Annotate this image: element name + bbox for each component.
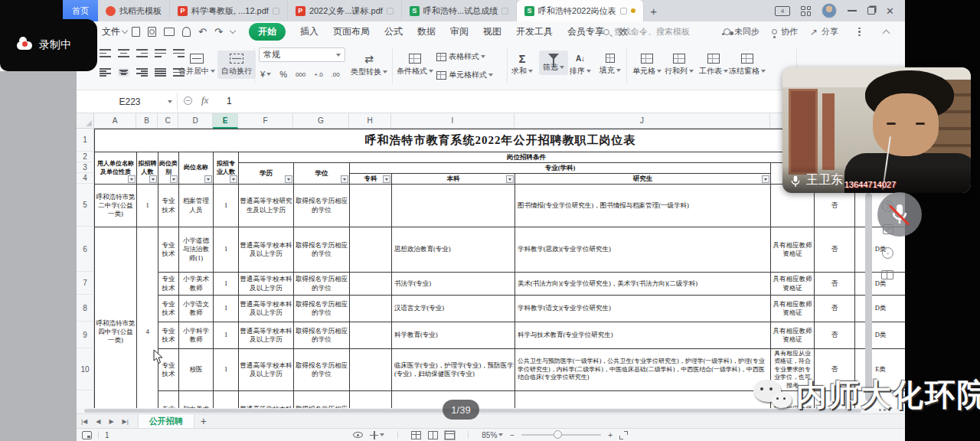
more-options-icon[interactable] [858,28,861,37]
filter-dropdown-icon[interactable] [128,175,136,183]
first-sheet-button[interactable]: |◀ [81,418,87,425]
row-header[interactable]: 8 [77,295,94,322]
col-header-J[interactable]: J [514,113,770,129]
cell-style-button[interactable]: 单元格样式 [436,70,493,80]
filter-dropdown-icon[interactable] [383,175,390,183]
filter-dropdown-icon[interactable] [149,175,157,183]
dictionary-book-icon[interactable] [881,270,893,279]
next-sheet-button[interactable]: ▶ [109,418,113,425]
filter-dropdown-icon[interactable] [170,175,178,183]
close-button[interactable]: ✕ [886,6,894,16]
col-header-C[interactable]: C [158,113,178,129]
table-cell[interactable]: 具有相应教师资格证 [771,322,815,349]
table-cell[interactable]: 普通高等学校本科及以上学历 [239,349,294,391]
row-header[interactable]: 2 [77,152,94,162]
table-cell[interactable]: 小学语文教师 [179,296,214,322]
table-cell[interactable]: 科学与技术教育(专业学位研究生) [515,322,771,349]
zoom-formula-icon[interactable] [184,96,192,105]
col-header-B[interactable]: B [136,113,158,129]
filter-dropdown-icon[interactable] [506,175,514,183]
pin-icon[interactable] [620,8,627,15]
zoom-slider[interactable] [521,434,601,436]
account-avatar[interactable] [822,3,837,18]
pin-icon[interactable] [273,8,279,15]
table-cell[interactable]: 美术(专业学位研究生)，美术学(一级学科)，学科教学(美术)(专业学位研究生) [515,391,771,408]
align-top-icon[interactable] [100,49,111,57]
sort-button[interactable]: A↓ 排序 [570,54,591,77]
justify-icon[interactable] [155,68,166,77]
table-cell[interactable]: 否 [815,227,855,273]
number-format-select[interactable]: 常规 [259,47,345,62]
save-icon[interactable] [132,27,140,37]
header-degree[interactable]: 学位 [294,163,350,185]
webcam-video[interactable]: 王卫东 13644714027 [782,67,971,193]
table-cell[interactable]: 取得报名学历相应的学位 [294,391,350,408]
tab-sheet-positions-active[interactable]: S 呼和浩特2022岗位表 [517,0,643,21]
output-icon[interactable] [148,27,156,37]
filter-dropdown-icon[interactable] [204,175,212,183]
menu-formulas[interactable]: 公式 [384,25,403,38]
header-education[interactable]: 学历 [239,163,294,185]
pin-icon[interactable] [387,8,394,15]
decrease-decimal-button[interactable]: .00 [332,71,340,78]
table-cell[interactable]: 1 [214,185,239,227]
align-middle-icon[interactable] [118,49,129,57]
table-cell[interactable]: 取得报名学历相应的学位 [294,185,350,227]
filter-dropdown-icon[interactable] [285,175,292,183]
tab-sheet-scores[interactable]: S 呼和浩特...试总成绩 [402,0,517,21]
table-cell[interactable]: 科学教育(专业) [392,322,515,349]
table-cell[interactable]: 具有相应教师资格证 [771,273,815,296]
header-category[interactable]: 岗位类别 [158,152,179,185]
print-preview-icon[interactable] [182,27,191,37]
windows-count-badge[interactable]: 4 [775,6,790,16]
table-cell[interactable]: 1 [214,322,239,349]
row-header[interactable]: 9 [77,322,94,348]
col-header-F[interactable]: F [238,113,293,129]
col-header-D[interactable]: D [178,113,213,129]
menu-membership[interactable]: 会员专享 [567,25,604,38]
table-cell[interactable]: 否 [815,322,855,349]
tab-pdf-kebiao[interactable]: P 2022义务...课标.pdf [288,0,402,21]
table-cell[interactable]: 否 [815,273,855,296]
decrease-indent-icon[interactable] [155,49,166,57]
table-cell[interactable]: 档案管理人员 [179,185,214,227]
workspace-grid-icon[interactable] [801,6,811,16]
table-cell[interactable]: 专业技术 [158,322,179,349]
insert-function-fx[interactable]: fx [201,94,208,106]
table-cell[interactable]: 初中美术教师 [179,391,214,408]
header-bachelor[interactable]: 本科 [392,174,515,185]
row-header[interactable]: 5 [77,184,94,227]
increase-decimal-button[interactable]: +.0 [314,71,322,78]
type-convert-button[interactable]: ⇄ 类型转换 [351,54,387,77]
sheet-tab-active[interactable]: 公开招聘 [138,414,194,428]
percent-format-button[interactable]: % [279,70,287,79]
table-cell[interactable]: D类 [855,273,905,296]
pin-icon[interactable] [501,8,508,15]
menu-view[interactable]: 视图 [483,25,501,38]
table-cell[interactable]: 专业技术 [158,391,179,408]
table-style-button[interactable]: 表格样式 [436,51,485,62]
currency-format-button[interactable]: ¥ [260,70,271,79]
col-header-E-selected[interactable]: E [213,113,238,129]
table-cell[interactable]: 普通高等学校本科及以上学历 [239,391,294,408]
table-cell[interactable]: 学科教学(思政)(专业学位研究生) [515,227,771,273]
table-cell[interactable]: 思想政治教育(专业) [392,227,515,273]
table-cell[interactable]: 取得报名学历相应的学位 [294,227,350,273]
table-cell[interactable] [214,391,239,408]
share-button[interactable]: ↗ 分享 [810,26,838,38]
align-right-icon[interactable] [136,68,148,77]
filter-dropdown-icon[interactable] [762,175,769,183]
table-cell[interactable] [350,273,392,296]
last-sheet-button[interactable]: ▶| [122,418,129,425]
table-cell[interactable]: 否 [815,296,855,322]
vertical-scrollbar-thumb[interactable] [865,193,872,401]
add-sheet-button[interactable]: + [201,414,207,428]
table-cell[interactable]: 取得报名学历相应的学位 [294,296,350,322]
table-cell[interactable] [392,185,515,227]
eye-protection-icon[interactable] [353,432,363,438]
table-cell[interactable]: 汉语言文学(专业) [392,296,515,322]
table-cell[interactable]: 取得报名学历相应的学位 [294,322,350,349]
col-header-H[interactable]: H [349,113,391,129]
collapse-ribbon-icon[interactable] [882,30,890,38]
table-cell[interactable]: 临床医学(专业)，护理学(专业)，预防医学(专业)，妇幼保健医学(专业) [392,349,515,391]
